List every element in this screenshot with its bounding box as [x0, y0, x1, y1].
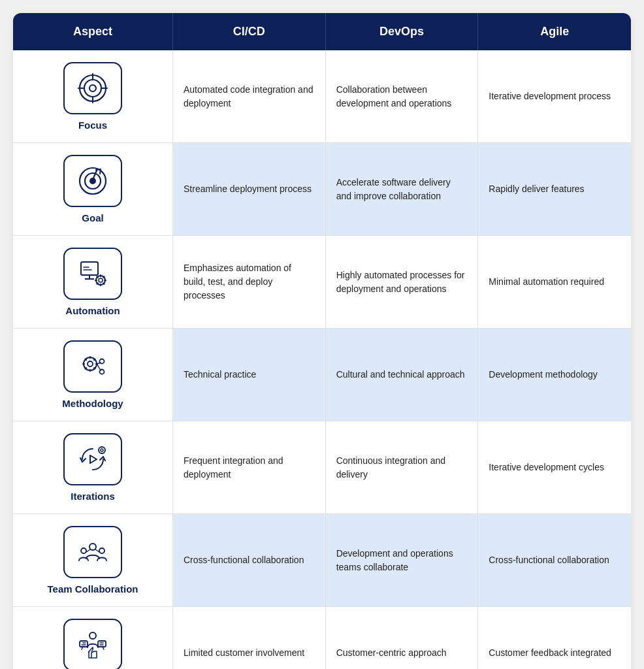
row-iterations: Iterations Frequent integration and depl… — [13, 421, 631, 514]
cell-automation-agile: Minimal automation required — [478, 236, 631, 328]
row-focus: Focus Automated code integration and dep… — [13, 50, 631, 143]
svg-line-32 — [86, 359, 87, 361]
row-goal: Goal Streamline deployment process Accel… — [13, 143, 631, 236]
cell-focus-agile: Iterative development process — [478, 50, 631, 142]
svg-line-10 — [93, 171, 97, 180]
aspect-label-automation: Automation — [65, 305, 120, 316]
header-devops: DevOps — [326, 13, 479, 50]
aspect-cell-feedback: Customer Feedback — [13, 607, 173, 669]
comparison-table: Aspect CI/CD DevOps Agile Focus Automate… — [13, 13, 631, 669]
automation-icon-box — [63, 248, 122, 300]
svg-point-2 — [89, 85, 96, 91]
cell-iterations-devops: Continuous integration and delivery — [326, 421, 479, 514]
aspect-label-team: Team Collaboration — [48, 583, 138, 595]
svg-line-21 — [103, 283, 105, 284]
feedback-icon — [77, 629, 108, 661]
cell-methodology-devops: Cultural and technical approach — [326, 329, 479, 421]
team-icon — [77, 536, 108, 568]
cell-goal-devops: Accelerate software delivery and improve… — [326, 143, 479, 235]
svg-point-48 — [81, 548, 86, 553]
svg-line-20 — [97, 276, 98, 278]
aspect-cell-methodology: Methodology — [13, 329, 173, 421]
svg-rect-11 — [81, 262, 98, 275]
aspect-label-goal: Goal — [82, 212, 103, 223]
cell-focus-devops: Collaboration between development and op… — [326, 50, 479, 142]
table-header: Aspect CI/CD DevOps Agile — [13, 13, 631, 50]
svg-point-41 — [99, 447, 105, 453]
header-aspect: Aspect — [13, 13, 173, 50]
aspect-label-iterations: Iterations — [71, 491, 115, 502]
aspect-cell-focus: Focus — [13, 50, 173, 142]
cell-goal-cicd: Streamline deployment process — [173, 143, 326, 235]
svg-line-33 — [94, 368, 95, 369]
cell-automation-cicd: Emphasizes automation of build, test, an… — [173, 236, 326, 328]
aspect-label-focus: Focus — [78, 120, 107, 131]
focus-icon-box — [63, 62, 122, 114]
focus-icon — [77, 73, 108, 104]
cell-iterations-cicd: Frequent integration and deployment — [173, 421, 326, 514]
aspect-cell-iterations: Iterations — [13, 421, 173, 514]
svg-marker-40 — [90, 455, 97, 463]
aspect-label-methodology: Methodology — [62, 398, 123, 409]
row-feedback: Customer Feedback Limited customer invol… — [13, 607, 631, 669]
goal-icon — [77, 165, 108, 197]
header-cicd: CI/CD — [173, 13, 326, 50]
methodology-icon-box — [63, 340, 122, 393]
cell-goal-agile: Rapidly deliver features — [478, 143, 631, 235]
cell-feedback-agile: Customer feedback integrated — [478, 607, 631, 669]
row-team: Team Collaboration Cross-functional coll… — [13, 514, 631, 607]
cell-team-cicd: Cross-functional collaboration — [173, 514, 326, 606]
svg-line-39 — [97, 365, 101, 370]
row-automation: Automation Emphasizes automation of buil… — [13, 236, 631, 329]
aspect-cell-goal: Goal — [13, 143, 173, 235]
svg-rect-56 — [98, 641, 106, 647]
team-icon-box — [63, 526, 122, 578]
cell-methodology-agile: Development methodology — [478, 329, 631, 421]
svg-line-34 — [94, 359, 95, 361]
iterations-icon — [77, 444, 108, 475]
svg-point-15 — [99, 278, 103, 282]
svg-line-35 — [86, 368, 87, 369]
feedback-icon-box — [63, 619, 122, 669]
svg-point-52 — [89, 632, 96, 639]
cell-team-devops: Development and operations teams collabo… — [326, 514, 479, 606]
aspect-cell-automation: Automation — [13, 236, 173, 328]
svg-line-38 — [97, 363, 101, 364]
iterations-icon-box — [63, 433, 122, 485]
goal-icon-box — [63, 155, 122, 207]
svg-point-49 — [99, 548, 105, 553]
aspect-cell-team: Team Collaboration — [13, 514, 173, 606]
cell-automation-devops: Highly automated processes for deploymen… — [326, 236, 479, 328]
cell-focus-cicd: Automated code integration and deploymen… — [173, 50, 326, 142]
svg-point-27 — [88, 361, 93, 367]
svg-line-22 — [97, 283, 98, 284]
cell-iterations-agile: Iterative development cycles — [478, 421, 631, 514]
cell-feedback-devops: Customer-centric approach — [326, 607, 479, 669]
automation-icon — [77, 258, 108, 289]
svg-point-42 — [101, 449, 103, 451]
svg-rect-53 — [80, 641, 88, 647]
svg-line-23 — [103, 276, 105, 278]
header-agile: Agile — [478, 13, 631, 50]
cell-feedback-cicd: Limited customer involvement — [173, 607, 326, 669]
row-methodology: Methodology Technical practice Cultural … — [13, 329, 631, 421]
svg-point-1 — [84, 80, 101, 97]
methodology-icon — [77, 351, 108, 382]
cell-methodology-cicd: Technical practice — [173, 329, 326, 421]
cell-team-agile: Cross-functional collaboration — [478, 514, 631, 606]
